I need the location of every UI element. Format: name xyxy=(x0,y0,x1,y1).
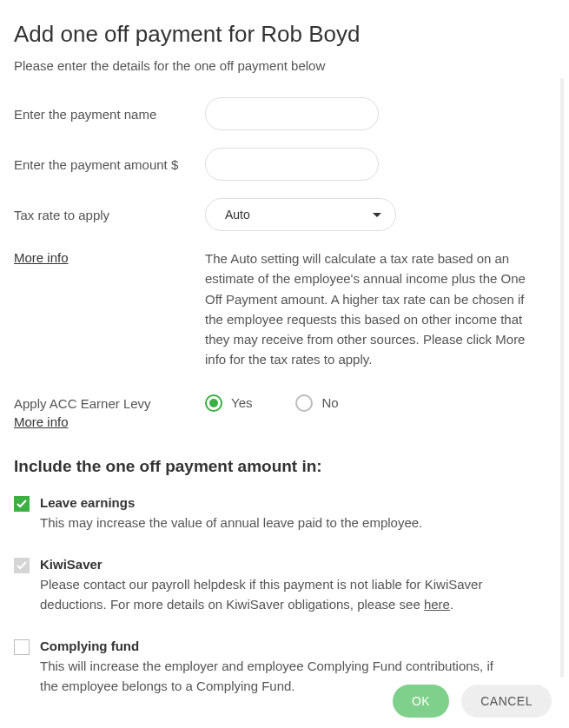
dialog-one-off-payment: Add one off payment for Rob Boyd Please … xyxy=(0,0,569,728)
payment-name-label: Enter the payment name xyxy=(14,105,205,123)
kiwisaver-desc-pre: Please contact our payroll helpdesk if t… xyxy=(40,577,482,612)
acc-levy-radio-no[interactable]: No xyxy=(295,394,338,412)
payment-name-input[interactable] xyxy=(205,97,379,130)
scrollbar[interactable] xyxy=(560,78,564,678)
acc-levy-radio-yes[interactable]: Yes xyxy=(205,394,252,412)
tax-help-text: The Auto setting will calculate a tax ra… xyxy=(205,248,552,370)
row-tax-rate: Tax rate to apply Auto xyxy=(14,198,552,231)
check-icon xyxy=(17,500,27,508)
cancel-button[interactable]: CANCEL xyxy=(461,685,552,718)
kiwisaver-desc-post: . xyxy=(450,597,453,612)
leave-earnings-desc: This may increase the value of annual le… xyxy=(40,513,500,533)
chevron-down-icon xyxy=(373,213,381,217)
payment-amount-label: Enter the payment amount $ xyxy=(14,156,205,174)
leave-earnings-title: Leave earnings xyxy=(40,495,500,510)
row-acc-levy: Apply ACC Earner Levy More info Yes No xyxy=(14,394,552,431)
tax-rate-label: Tax rate to apply xyxy=(14,206,205,224)
check-icon xyxy=(17,561,27,570)
ok-button[interactable]: OK xyxy=(393,685,449,718)
kiwisaver-title: KiwiSaver xyxy=(40,557,500,572)
dialog-title: Add one off payment for Rob Boyd xyxy=(14,21,552,48)
tax-rate-select[interactable]: Auto xyxy=(205,198,396,231)
row-kiwisaver: KiwiSaver Please contact our payroll hel… xyxy=(14,557,552,614)
radio-yes-label: Yes xyxy=(231,395,252,410)
row-tax-info: More info The Auto setting will calculat… xyxy=(14,248,552,370)
leave-earnings-checkbox[interactable] xyxy=(14,496,30,512)
radio-icon xyxy=(295,394,313,412)
row-leave-earnings: Leave earnings This may increase the val… xyxy=(14,495,552,533)
radio-no-label: No xyxy=(321,395,338,410)
acc-levy-label: Apply ACC Earner Levy xyxy=(14,394,205,413)
tax-more-info-link[interactable]: More info xyxy=(14,250,69,265)
row-payment-name: Enter the payment name xyxy=(14,97,552,130)
complying-fund-checkbox[interactable] xyxy=(14,639,30,655)
row-payment-amount: Enter the payment amount $ xyxy=(14,148,552,181)
acc-more-info-link[interactable]: More info xyxy=(14,414,69,429)
radio-icon xyxy=(205,394,222,412)
dialog-button-bar: OK CANCEL xyxy=(393,685,552,718)
kiwisaver-desc: Please contact our payroll helpdesk if t… xyxy=(40,575,500,614)
payment-amount-input[interactable] xyxy=(205,148,379,181)
kiwisaver-checkbox xyxy=(14,558,30,573)
complying-fund-title: Complying fund xyxy=(40,639,500,653)
kiwisaver-here-link[interactable]: here xyxy=(424,597,450,612)
tax-rate-value: Auto xyxy=(225,208,250,222)
include-heading: Include the one off payment amount in: xyxy=(14,457,552,476)
dialog-subtitle: Please enter the details for the one off… xyxy=(14,58,552,73)
